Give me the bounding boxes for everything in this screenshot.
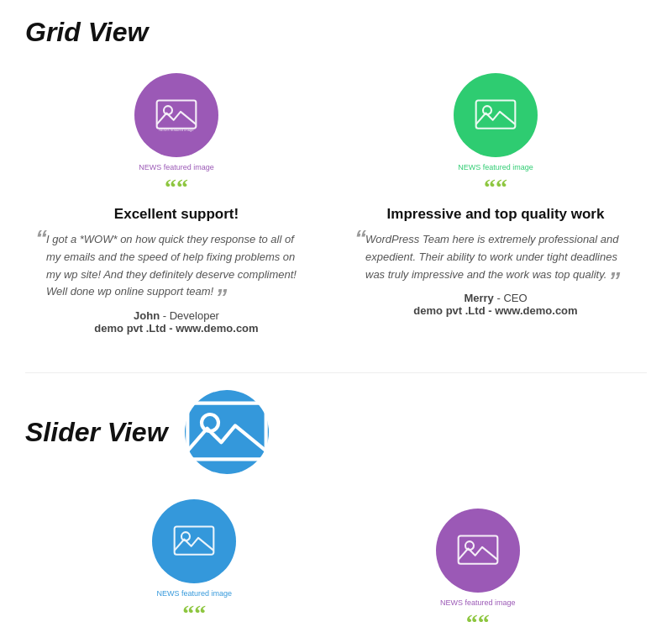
svg-point-1 (164, 106, 172, 114)
quote-icon-1: ““ (42, 176, 311, 199)
testimonial-author-2: Merry - CEO (361, 292, 630, 304)
page-wrapper: Grid View NEWS featured image NEWS featu… (0, 0, 672, 622)
svg-rect-7 (175, 527, 214, 555)
slider-card-1: NEWS featured image ““ Amazing Service W… (55, 491, 334, 622)
news-label-s1: NEWS featured image (71, 589, 318, 598)
svg-point-8 (181, 532, 190, 540)
testimonial-company-2: demo pvt .Ltd - www.demo.com (361, 304, 630, 317)
svg-rect-9 (458, 535, 497, 563)
grid-card-1: NEWS featured image NEWS featured image … (25, 65, 328, 347)
svg-text:NEWS featured image: NEWS featured image (159, 128, 194, 132)
svg-rect-0 (157, 101, 197, 129)
quote-icon-s1: ““ (71, 602, 318, 622)
testimonial-title-2: Impressive and top quality work (361, 206, 630, 223)
slider-section: Slider View ‹ NE (25, 390, 647, 622)
slider-view-title: Slider View (25, 417, 168, 448)
quote-icon-2: ““ (361, 176, 630, 199)
news-label-s2: NEWS featured image (355, 598, 601, 607)
slider-header: Slider View (25, 390, 647, 474)
quote-icon-s2: ““ (355, 611, 601, 622)
image-icon-s2 (457, 530, 499, 572)
grid-testimonials: NEWS featured image NEWS featured image … (25, 65, 647, 347)
svg-rect-5 (187, 403, 265, 459)
testimonial-author-1: John - Developer (42, 309, 311, 322)
image-icon-1: NEWS featured image (155, 94, 197, 136)
slider-avatar-1 (152, 499, 236, 583)
avatar-2 (454, 73, 538, 157)
testimonial-text-2: WordPress Team here is extremely profess… (361, 231, 630, 283)
news-label-1: NEWS featured image (42, 163, 311, 171)
svg-point-4 (483, 106, 491, 114)
grid-card-2: NEWS featured image ““ Impressive and to… (344, 65, 647, 347)
svg-rect-3 (476, 101, 516, 129)
slider-card-2: NEWS featured image ““ Excellent support… (339, 500, 618, 622)
image-icon-slider-header (185, 398, 269, 467)
image-icon-s1 (173, 520, 215, 562)
slider-avatar-2 (436, 509, 520, 593)
testimonial-text-1: I got a *WOW* on how quick they response… (42, 231, 311, 301)
slider-container: ‹ NEWS featured image ““ Amazing Service… (25, 491, 647, 622)
svg-point-6 (202, 414, 218, 431)
svg-point-10 (465, 541, 474, 550)
grid-view-title: Grid View (25, 17, 647, 48)
testimonial-company-1: demo pvt .Ltd - www.demo.com (42, 322, 311, 335)
news-label-2: NEWS featured image (361, 163, 630, 171)
testimonial-title-1: Excellent support! (42, 206, 311, 223)
image-icon-2 (475, 94, 517, 136)
grid-section: Grid View NEWS featured image NEWS featu… (25, 17, 647, 347)
slider-avatar-header (185, 390, 269, 474)
avatar-1: NEWS featured image (134, 73, 218, 157)
section-divider (25, 372, 647, 373)
